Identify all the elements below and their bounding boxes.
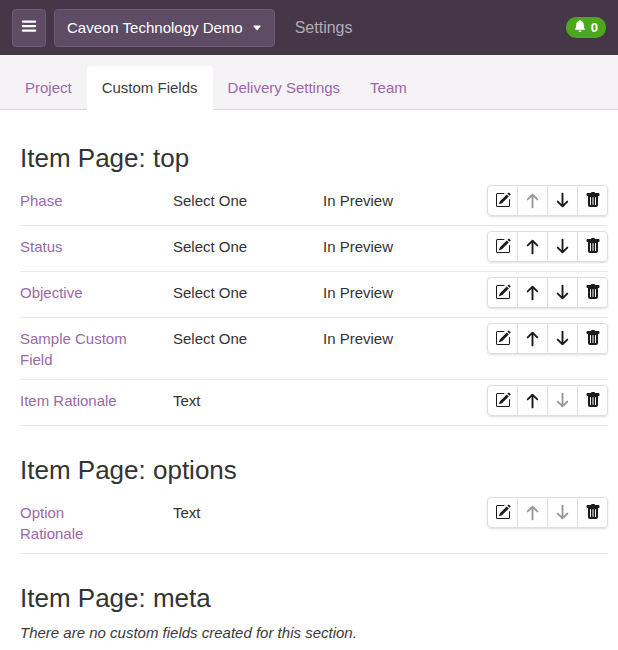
field-name: Option Rationale: [20, 502, 173, 544]
tab-custom-fields[interactable]: Custom Fields: [87, 66, 213, 110]
pencil-square-icon: [495, 192, 511, 208]
pencil-square-icon: [495, 238, 511, 254]
field-status: In Preview: [323, 282, 487, 303]
field-type: Select One: [173, 328, 323, 349]
field-name: Status: [20, 236, 173, 257]
caret-down-icon: [252, 23, 262, 33]
pencil-square-icon: [495, 504, 511, 520]
delete-field-button[interactable]: [577, 385, 608, 416]
move-up-button: [517, 497, 548, 528]
delete-field-button[interactable]: [577, 323, 608, 354]
bell-icon: [574, 20, 586, 35]
arrow-down-icon: [554, 330, 571, 347]
section-item-page-options: Item Page: optionsOption RationaleText: [20, 456, 608, 554]
trash-icon: [585, 238, 601, 254]
move-down-button[interactable]: [547, 277, 578, 308]
field-type: Select One: [173, 190, 323, 211]
arrow-down-icon: [554, 284, 571, 301]
pencil-square-icon: [495, 392, 511, 408]
notifications-badge[interactable]: 0: [566, 17, 606, 38]
arrow-up-icon: [524, 238, 541, 255]
field-status: In Preview: [323, 190, 487, 211]
field-name: Objective: [20, 282, 173, 303]
move-up-button[interactable]: [517, 385, 548, 416]
move-down-button[interactable]: [547, 185, 578, 216]
edit-field-button[interactable]: [487, 231, 518, 262]
field-status: In Preview: [323, 328, 487, 349]
nav-settings-link[interactable]: Settings: [295, 19, 353, 37]
app-header: Caveon Technology Demo Settings 0: [0, 0, 618, 55]
edit-field-button[interactable]: [487, 185, 518, 216]
field-type: Select One: [173, 236, 323, 257]
move-down-button: [547, 385, 578, 416]
row-actions: [487, 277, 608, 308]
tab-delivery-settings[interactable]: Delivery Settings: [213, 66, 356, 110]
custom-field-row: Item RationaleText: [20, 380, 608, 426]
section-title: Item Page: options: [20, 456, 608, 486]
trash-icon: [585, 330, 601, 346]
field-type: Text: [173, 390, 323, 411]
section-title: Item Page: meta: [20, 584, 608, 614]
trash-icon: [585, 504, 601, 520]
row-actions: [487, 185, 608, 216]
arrow-up-icon: [524, 504, 541, 521]
move-up-button[interactable]: [517, 231, 548, 262]
edit-field-button[interactable]: [487, 277, 518, 308]
field-type: Text: [173, 502, 323, 523]
tab-project[interactable]: Project: [10, 66, 87, 110]
move-up-button[interactable]: [517, 323, 548, 354]
field-name: Phase: [20, 190, 173, 211]
field-type: Select One: [173, 282, 323, 303]
section-item-page-meta: Item Page: metaThere are no custom field…: [20, 584, 608, 641]
project-selector-label: Caveon Technology Demo: [67, 19, 243, 36]
arrow-up-icon: [524, 330, 541, 347]
field-status: In Preview: [323, 236, 487, 257]
arrow-down-icon: [554, 392, 571, 409]
move-down-button[interactable]: [547, 231, 578, 262]
hamburger-icon: [20, 17, 38, 39]
section-item-page-top: Item Page: topPhaseSelect OneIn PreviewS…: [20, 144, 608, 426]
trash-icon: [585, 392, 601, 408]
settings-tabbar: ProjectCustom FieldsDelivery SettingsTea…: [0, 55, 618, 110]
delete-field-button[interactable]: [577, 185, 608, 216]
trash-icon: [585, 284, 601, 300]
custom-field-row: StatusSelect OneIn Preview: [20, 226, 608, 272]
menu-button[interactable]: [12, 9, 46, 47]
empty-section-message: There are no custom fields created for t…: [20, 624, 608, 641]
pencil-square-icon: [495, 284, 511, 300]
delete-field-button[interactable]: [577, 231, 608, 262]
arrow-up-icon: [524, 284, 541, 301]
project-selector-dropdown[interactable]: Caveon Technology Demo: [54, 9, 275, 47]
row-actions: [487, 231, 608, 262]
delete-field-button[interactable]: [577, 497, 608, 528]
delete-field-button[interactable]: [577, 277, 608, 308]
custom-field-row: ObjectiveSelect OneIn Preview: [20, 272, 608, 318]
custom-field-row: Option RationaleText: [20, 492, 608, 554]
move-up-button[interactable]: [517, 277, 548, 308]
field-name: Sample Custom Field: [20, 328, 173, 370]
row-actions: [487, 497, 608, 528]
pencil-square-icon: [495, 330, 511, 346]
tab-team[interactable]: Team: [355, 66, 422, 110]
arrow-down-icon: [554, 192, 571, 209]
arrow-up-icon: [524, 192, 541, 209]
arrow-down-icon: [554, 238, 571, 255]
section-title: Item Page: top: [20, 144, 608, 174]
custom-field-row: Sample Custom FieldSelect OneIn Preview: [20, 318, 608, 380]
move-up-button: [517, 185, 548, 216]
custom-field-row: PhaseSelect OneIn Preview: [20, 180, 608, 226]
edit-field-button[interactable]: [487, 497, 518, 528]
edit-field-button[interactable]: [487, 323, 518, 354]
edit-field-button[interactable]: [487, 385, 518, 416]
row-actions: [487, 385, 608, 416]
trash-icon: [585, 192, 601, 208]
arrow-down-icon: [554, 504, 571, 521]
field-name: Item Rationale: [20, 390, 173, 411]
custom-fields-page: Item Page: topPhaseSelect OneIn PreviewS…: [0, 144, 618, 641]
notification-count: 0: [591, 20, 598, 35]
move-down-button[interactable]: [547, 323, 578, 354]
arrow-up-icon: [524, 392, 541, 409]
row-actions: [487, 323, 608, 354]
move-down-button: [547, 497, 578, 528]
